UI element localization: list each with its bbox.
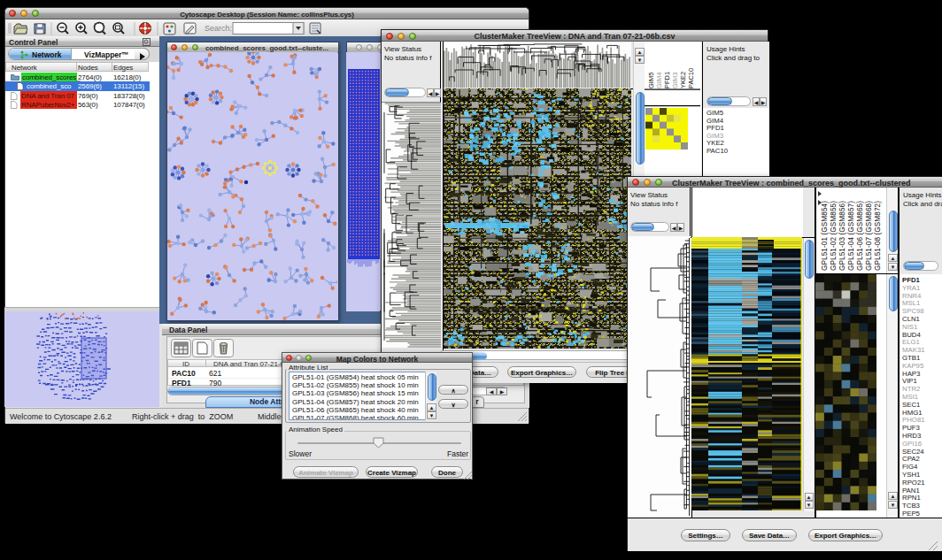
svg-text:GIM3: GIM3 [671,73,679,88]
svg-text:GPL51-03 (GSM856): GPL51-03 (GSM856) [838,201,846,271]
svg-text:GPL51-04 (GSM857): GPL51-04 (GSM857) [847,201,855,271]
svg-text:GPL51-01 (GSM854): GPL51-01 (GSM854) [821,201,829,271]
svg-text:GIM4: GIM4 [655,73,663,88]
svg-text:GPL51-06 (GSM865): GPL51-06 (GSM865) [856,201,864,271]
svg-text:PAC10: PAC10 [687,68,695,88]
svg-text:YKE2: YKE2 [679,72,687,88]
svg-text:GPL51-07 (GSM868): GPL51-07 (GSM868) [865,201,873,271]
svg-text:PFD1: PFD1 [663,72,671,88]
svg-text:GPL51-02 (GSM855): GPL51-02 (GSM855) [830,201,838,271]
svg-text:Search:: Search: [205,24,232,33]
svg-text:GIM5: GIM5 [647,73,655,88]
svg-text:GPL51-08 (GSM872): GPL51-08 (GSM872) [874,201,882,271]
